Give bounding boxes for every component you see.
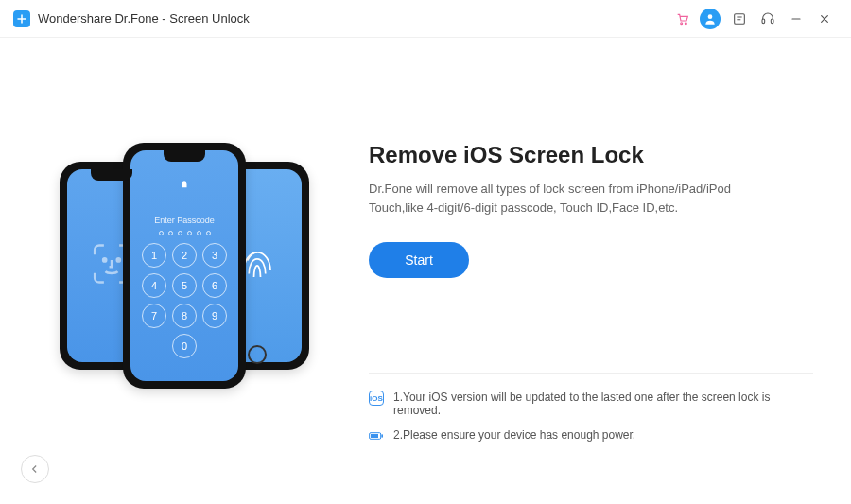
battery-icon: [369, 428, 384, 443]
key-1: 1: [142, 243, 166, 268]
content-area: Enter Passcode 1 2 3 4 5 6 7 8: [0, 38, 851, 504]
illustration-panel: Enter Passcode 1 2 3 4 5 6 7 8: [0, 38, 369, 504]
svg-rect-5: [771, 19, 773, 24]
svg-point-0: [681, 22, 683, 24]
key-0: 0: [172, 334, 197, 358]
notes-section: iOS 1.Your iOS version will be updated t…: [369, 373, 813, 443]
cart-icon[interactable]: [669, 6, 696, 32]
key-5: 5: [172, 273, 197, 298]
titlebar: Wondershare Dr.Fone - Screen Unlock: [0, 0, 851, 38]
note-ios-update: iOS 1.Your iOS version will be updated t…: [369, 391, 813, 417]
key-7: 7: [142, 304, 166, 328]
lock-icon: [180, 176, 189, 193]
key-2: 2: [172, 243, 197, 268]
svg-rect-4: [762, 19, 765, 24]
start-button[interactable]: Start: [369, 242, 469, 278]
phone-passcode: Enter Passcode 1 2 3 4 5 6 7 8: [123, 143, 246, 389]
note-power: 2.Please ensure your device has enough p…: [369, 428, 813, 443]
account-icon[interactable]: [700, 9, 721, 29]
svg-rect-9: [371, 434, 378, 438]
page-heading: Remove iOS Screen Lock: [369, 142, 813, 168]
back-button[interactable]: [21, 455, 49, 483]
svg-point-6: [103, 258, 106, 261]
note-text-2: 2.Please ensure your device has enough p…: [393, 428, 635, 442]
app-window: Wondershare Dr.Fone - Screen Unlock: [0, 0, 851, 504]
minimize-button[interactable]: [783, 6, 809, 32]
ios-badge-icon: iOS: [369, 391, 384, 406]
support-icon[interactable]: [755, 6, 781, 32]
key-8: 8: [172, 304, 197, 328]
close-button[interactable]: [811, 6, 838, 32]
passcode-label: Enter Passcode: [154, 216, 215, 225]
key-3: 3: [202, 243, 227, 268]
keypad: 1 2 3 4 5 6 7 8 9 0: [142, 243, 227, 358]
svg-rect-10: [381, 435, 383, 438]
svg-rect-3: [735, 13, 745, 24]
home-button-icon: [248, 345, 267, 364]
key-9: 9: [202, 304, 227, 328]
phones-illustration: Enter Passcode 1 2 3 4 5 6 7 8: [33, 130, 336, 413]
app-title: Wondershare Dr.Fone - Screen Unlock: [38, 11, 250, 26]
note-text-1: 1.Your iOS version will be updated to th…: [393, 391, 813, 417]
svg-point-1: [685, 22, 686, 24]
app-logo-icon: [13, 10, 30, 27]
feedback-icon[interactable]: [726, 6, 753, 32]
page-description: Dr.Fone will remove all types of lock sc…: [369, 180, 785, 217]
svg-point-7: [117, 258, 120, 261]
key-4: 4: [142, 273, 166, 298]
svg-point-2: [708, 14, 713, 19]
key-6: 6: [202, 273, 227, 298]
passcode-dots: [159, 231, 211, 235]
main-panel: Remove iOS Screen Lock Dr.Fone will remo…: [369, 38, 851, 504]
